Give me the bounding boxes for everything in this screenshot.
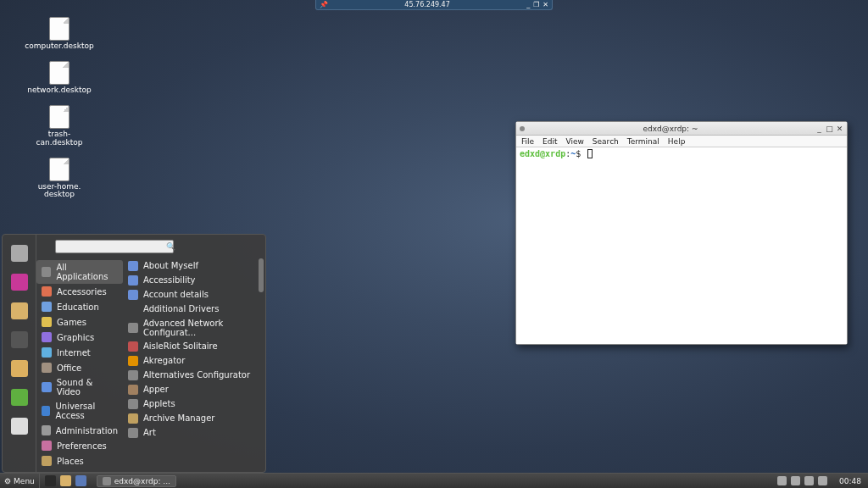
terminal-titlebar[interactable]: edxd@xrdp: ~ _ □ ✕ xyxy=(516,122,847,136)
terminal-menu-view[interactable]: View xyxy=(566,137,584,146)
desktop-icon-label: trash-can.desktop xyxy=(25,130,93,147)
category-label: Office xyxy=(57,363,81,373)
app-icon xyxy=(128,356,138,366)
categories-column: All ApplicationsAccessoriesEducationGame… xyxy=(36,235,123,472)
tray-user-icon[interactable] xyxy=(804,476,814,485)
terminal-menu-edit[interactable]: Edit xyxy=(542,137,557,146)
category-icon xyxy=(42,317,52,327)
app-label: Applets xyxy=(143,399,175,408)
terminal-menu-help[interactable]: Help xyxy=(668,137,686,146)
pin-icon[interactable]: 📌 xyxy=(320,1,328,8)
app-item-art[interactable]: Art xyxy=(125,425,264,440)
remote-restore-button[interactable]: ❐ xyxy=(533,1,539,8)
favorite-terminal-icon[interactable] xyxy=(11,360,28,377)
category-item-all-applications[interactable]: All Applications xyxy=(36,260,123,284)
terminal-menu-file[interactable]: File xyxy=(521,137,534,146)
taskbar-task-terminal[interactable]: edxd@xrdp: ... xyxy=(97,475,176,487)
category-label: Graphics xyxy=(57,333,94,342)
terminal-window: edxd@xrdp: ~ _ □ ✕ FileEditViewSearchTer… xyxy=(515,121,848,345)
app-item-aisleriot-solitaire[interactable]: AisleRiot Solitaire xyxy=(125,339,264,353)
app-item-applets[interactable]: Applets xyxy=(125,396,264,411)
launcher-files-icon[interactable] xyxy=(60,475,71,486)
minimize-button[interactable]: _ xyxy=(815,125,823,133)
app-item-accessibility[interactable]: Accessibility xyxy=(125,273,264,287)
app-icon xyxy=(128,304,138,314)
desktop-icon-trash[interactable]: trash-can.desktop xyxy=(25,105,93,147)
category-item-administration[interactable]: Administration xyxy=(36,423,123,438)
menu-button[interactable]: ⚙ Menu xyxy=(0,474,40,488)
tray-display-icon[interactable] xyxy=(791,476,800,485)
tray-network-icon[interactable] xyxy=(777,476,787,485)
category-item-internet[interactable]: Internet xyxy=(36,345,123,360)
category-item-sound-video[interactable]: Sound & Video xyxy=(36,375,123,399)
favorite-logout-icon[interactable] xyxy=(11,389,28,406)
terminal-menu-search[interactable]: Search xyxy=(593,137,619,146)
app-item-account-details[interactable]: Account details xyxy=(125,287,264,302)
app-icon xyxy=(128,341,138,352)
category-label: Administration xyxy=(56,426,118,435)
remote-minimize-button[interactable]: _ xyxy=(526,1,530,8)
menu-search[interactable]: 🔍 xyxy=(55,240,174,253)
category-label: All Applications xyxy=(56,263,118,281)
favorite-files-icon[interactable] xyxy=(11,302,28,319)
category-item-accessories[interactable]: Accessories xyxy=(36,284,123,299)
category-icon xyxy=(42,456,52,466)
app-item-alternatives-configurator[interactable]: Alternatives Configurator xyxy=(125,368,264,382)
terminal-body[interactable]: edxd@xrdp:~$ xyxy=(516,147,847,344)
category-item-education[interactable]: Education xyxy=(36,299,123,314)
app-item-apper[interactable]: Apper xyxy=(125,382,264,396)
maximize-button[interactable]: □ xyxy=(826,125,833,133)
launcher-browser-icon[interactable] xyxy=(75,475,86,486)
favorite-display-icon[interactable] xyxy=(11,274,28,291)
terminal-title: edxd@xrdp: ~ xyxy=(528,125,813,133)
tray-volume-icon[interactable] xyxy=(818,476,827,485)
app-label: Apper xyxy=(143,385,169,394)
desktop-icon-network[interactable]: network.desktop xyxy=(25,61,93,95)
category-icon xyxy=(42,286,52,297)
app-icon xyxy=(128,290,138,300)
launcher-terminal-icon[interactable] xyxy=(45,475,56,486)
category-label: Games xyxy=(57,318,86,327)
task-app-icon xyxy=(103,477,111,485)
app-item-advanced-network-configurat-[interactable]: Advanced Network Configurat... xyxy=(125,316,264,339)
menu-button-label: Menu xyxy=(14,477,35,485)
category-icon xyxy=(42,382,52,392)
app-label: Account details xyxy=(143,290,209,299)
app-item-archive-manager[interactable]: Archive Manager xyxy=(125,411,264,425)
category-item-office[interactable]: Office xyxy=(36,360,123,375)
terminal-menu-terminal[interactable]: Terminal xyxy=(627,137,659,146)
menu-search-input[interactable] xyxy=(58,242,166,252)
terminal-menubar: FileEditViewSearchTerminalHelp xyxy=(516,136,847,147)
favorite-browser-icon[interactable] xyxy=(11,331,28,348)
desktop-icon-home[interactable]: user-home. desktop xyxy=(25,158,93,200)
app-item-akregator[interactable]: Akregator xyxy=(125,353,264,368)
panel-clock[interactable]: 00:48 xyxy=(832,477,868,485)
remote-close-button[interactable]: ✕ xyxy=(542,1,548,8)
app-label: Alternatives Configurator xyxy=(143,370,250,380)
category-item-universal-access[interactable]: Universal Access xyxy=(36,399,123,423)
category-label: Internet xyxy=(57,348,91,358)
app-icon xyxy=(128,399,138,409)
category-icon xyxy=(42,267,51,277)
app-label: Art xyxy=(143,428,156,437)
category-item-games[interactable]: Games xyxy=(36,314,123,330)
app-label: About Myself xyxy=(143,261,198,270)
app-item-additional-drivers[interactable]: Additional Drivers xyxy=(125,302,264,316)
category-item-preferences[interactable]: Preferences xyxy=(36,438,123,453)
app-icon xyxy=(128,385,138,395)
category-label: Preferences xyxy=(57,441,107,451)
desktop-icon-computer[interactable]: computer.desktop xyxy=(25,17,93,51)
category-icon xyxy=(42,425,51,435)
favorite-settings-icon[interactable] xyxy=(11,245,28,262)
app-icon xyxy=(128,323,138,333)
app-icon xyxy=(128,370,138,380)
category-item-places[interactable]: Places xyxy=(36,453,123,469)
desktop-icon-label: user-home. desktop xyxy=(25,183,93,200)
close-button[interactable]: ✕ xyxy=(836,125,843,133)
category-icon xyxy=(42,406,50,416)
app-item-about-myself[interactable]: About Myself xyxy=(125,258,264,273)
favorite-info-icon[interactable] xyxy=(11,418,28,435)
app-label: Advanced Network Configurat... xyxy=(143,319,260,337)
category-item-graphics[interactable]: Graphics xyxy=(36,330,123,345)
terminal-cursor xyxy=(587,149,593,158)
